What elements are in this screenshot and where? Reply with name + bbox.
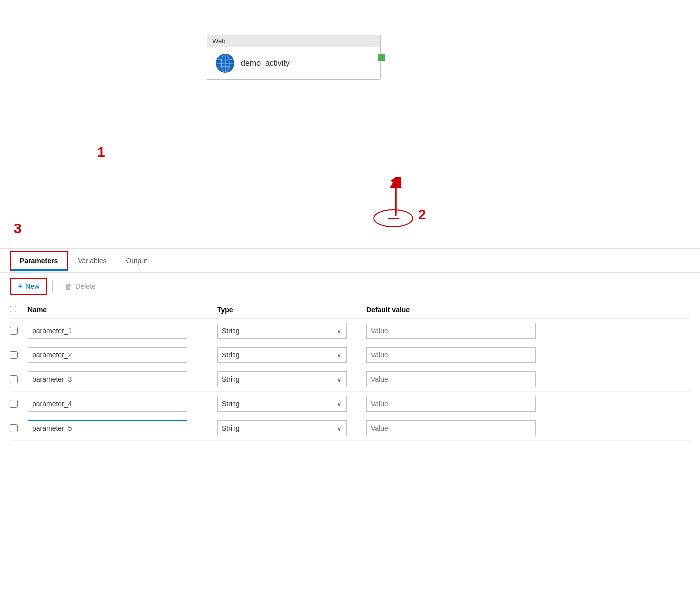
tabs-bar: Parameters Variables Output bbox=[0, 249, 700, 273]
table-header: Name Type Default value bbox=[10, 300, 690, 319]
param-name-input-2[interactable] bbox=[28, 347, 187, 363]
activity-node[interactable]: Web demo_activity bbox=[207, 35, 381, 80]
param-default-input-3[interactable] bbox=[366, 371, 536, 387]
param-default-input-1[interactable] bbox=[366, 323, 536, 339]
table-row: String Int Float Bool Array Object bbox=[10, 343, 690, 367]
activity-name: demo_activity bbox=[241, 59, 290, 68]
toolbar-divider bbox=[52, 280, 53, 292]
col-header-name: Name bbox=[28, 306, 217, 314]
param-type-select-2[interactable]: String Int Float Bool Array Object bbox=[217, 347, 347, 363]
col-header-default: Default value bbox=[366, 306, 690, 314]
table-row: String Int Float Bool Array Object bbox=[10, 319, 690, 343]
col-header-type: Type bbox=[217, 306, 366, 314]
activity-category: Web bbox=[207, 35, 380, 47]
table-row: String Int Float Bool Array Object bbox=[10, 367, 690, 392]
tab-output[interactable]: Output bbox=[117, 251, 157, 271]
row-checkbox-1[interactable] bbox=[10, 327, 18, 335]
delete-button[interactable]: 🗑 Delete bbox=[58, 279, 102, 294]
annotation-label-3: 3 bbox=[14, 221, 22, 236]
param-type-select-5[interactable]: String Int Float Bool Array Object bbox=[217, 420, 347, 436]
row-checkbox-2[interactable] bbox=[10, 351, 18, 359]
param-default-input-5[interactable] bbox=[366, 420, 536, 436]
param-type-select-3[interactable]: String Int Float Bool Array Object bbox=[217, 371, 347, 387]
tab-parameters[interactable]: Parameters bbox=[10, 251, 68, 271]
annotation-label-1: 1 bbox=[97, 144, 105, 160]
activity-connector bbox=[378, 54, 385, 61]
annotation-label-2: 2 bbox=[418, 207, 426, 223]
param-name-input-3[interactable] bbox=[28, 371, 187, 387]
tab-variables[interactable]: Variables bbox=[68, 251, 116, 271]
param-type-select-4[interactable]: String Int Float Bool Array Object bbox=[217, 396, 347, 412]
param-name-input-4[interactable] bbox=[28, 396, 187, 412]
row-checkbox-5[interactable] bbox=[10, 424, 18, 432]
row-checkbox-3[interactable] bbox=[10, 375, 18, 383]
annotation-minus-circle: — bbox=[373, 209, 413, 227]
svg-marker-7 bbox=[390, 178, 402, 188]
select-all-checkbox[interactable] bbox=[10, 306, 16, 312]
param-default-input-4[interactable] bbox=[366, 396, 536, 412]
table-row: String Int Float Bool Array Object bbox=[10, 392, 690, 416]
toolbar: + New 🗑 Delete bbox=[0, 273, 700, 300]
param-type-select-1[interactable]: String Int Float Bool Array Object bbox=[217, 323, 347, 339]
globe-icon bbox=[215, 53, 235, 73]
trash-icon: 🗑 bbox=[65, 282, 72, 291]
table-row: String Int Float Bool Array Object bbox=[10, 416, 690, 441]
param-name-input-5[interactable] bbox=[28, 420, 187, 436]
delete-button-label: Delete bbox=[75, 282, 95, 290]
new-button-label: New bbox=[25, 282, 39, 290]
params-table: Name Type Default value String Int Float… bbox=[0, 300, 700, 441]
plus-icon: + bbox=[18, 282, 22, 291]
row-checkbox-4[interactable] bbox=[10, 400, 18, 408]
param-name-input-1[interactable] bbox=[28, 323, 187, 339]
canvas-area: Web demo_activity 1 bbox=[0, 0, 700, 249]
param-default-input-2[interactable] bbox=[366, 347, 536, 363]
new-button[interactable]: + New bbox=[10, 278, 47, 295]
bottom-panel: Parameters Variables Output + New 🗑 Dele… bbox=[0, 249, 700, 441]
